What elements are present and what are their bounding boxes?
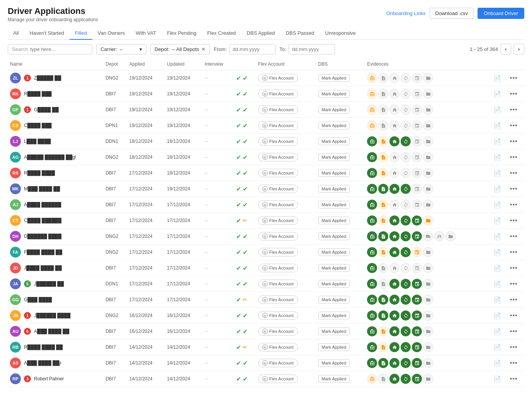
evidence-icon-5[interactable]: [423, 279, 433, 289]
evidence-icon-1[interactable]: [378, 374, 388, 384]
evidence-icon-2[interactable]: [389, 358, 399, 368]
evidence-icon-4[interactable]: [412, 263, 422, 273]
driver-name[interactable]: C████ ██████: [24, 218, 61, 223]
evidence-icon-0[interactable]: [367, 136, 377, 146]
to-date-input[interactable]: [289, 44, 335, 54]
mark-applied-button[interactable]: Mark Applied: [318, 343, 350, 351]
evidence-icon-4[interactable]: [412, 105, 422, 115]
mark-applied-button[interactable]: Mark Applied: [318, 153, 350, 161]
evidence-icon-1[interactable]: [378, 231, 388, 241]
more-options-button[interactable]: •••: [510, 106, 518, 113]
depot-clear-icon[interactable]: ✕: [201, 46, 206, 52]
evidence-icon-5[interactable]: [423, 89, 433, 99]
more-options-button[interactable]: •••: [510, 344, 518, 350]
evidence-icon-3[interactable]: [401, 184, 411, 194]
prev-page-button[interactable]: ‹: [500, 44, 511, 54]
driver-name[interactable]: F████ ████ ██: [24, 249, 62, 255]
driver-name[interactable]: C████ ███: [24, 123, 52, 128]
driver-name[interactable]: R████ ███: [24, 91, 52, 97]
evidence-icon-5[interactable]: [423, 152, 433, 162]
evidence-icon-4[interactable]: [412, 168, 422, 178]
evidence-icon-2[interactable]: [389, 374, 399, 384]
document-icon[interactable]: 📄: [493, 312, 501, 319]
evidence-icon-2[interactable]: [389, 73, 399, 83]
evidence-icon-0[interactable]: [367, 358, 377, 368]
driver-name[interactable]: R████ ████: [24, 170, 55, 176]
evidence-icon-1[interactable]: [378, 326, 388, 336]
evidence-icon-5[interactable]: [423, 247, 433, 257]
evidence-icon-5[interactable]: [423, 342, 433, 352]
evidence-icon-0[interactable]: [367, 326, 377, 336]
tab-unresponsive[interactable]: Unresponsive: [320, 27, 361, 40]
more-options-button[interactable]: •••: [510, 217, 518, 224]
evidence-icon-4[interactable]: [412, 136, 422, 146]
from-date-input[interactable]: [229, 44, 275, 54]
evidence-icon-1[interactable]: [378, 295, 388, 305]
more-options-button[interactable]: •••: [510, 280, 518, 287]
flex-account-button[interactable]: ◎ Flex Account: [258, 105, 298, 114]
evidence-icon-2[interactable]: [389, 215, 399, 226]
evidence-icon-3[interactable]: [401, 247, 411, 257]
mark-applied-button[interactable]: Mark Applied: [318, 217, 350, 224]
flex-account-button[interactable]: ◎ Flex Account: [258, 359, 298, 367]
evidence-icon-3[interactable]: [401, 231, 411, 241]
download-csv-button[interactable]: Download .csv: [430, 8, 474, 19]
evidence-icon-1[interactable]: [378, 279, 388, 289]
more-options-button[interactable]: •••: [510, 328, 518, 334]
more-options-button[interactable]: •••: [510, 360, 518, 366]
more-options-button[interactable]: •••: [510, 154, 518, 160]
evidence-icon-0[interactable]: [367, 247, 377, 257]
driver-name[interactable]: R████ ████ ██: [24, 344, 63, 350]
evidence-icon-1[interactable]: [378, 310, 388, 321]
evidence-icon-2[interactable]: [389, 279, 399, 289]
evidence-icon-3[interactable]: [401, 310, 411, 321]
document-icon[interactable]: 📄: [493, 217, 501, 224]
tab-filled[interactable]: Filled: [70, 27, 92, 40]
flex-account-button[interactable]: ◎ Flex Account: [258, 200, 298, 209]
evidence-icon-0[interactable]: [367, 200, 377, 210]
driver-name[interactable]: Z█████ ██: [34, 75, 61, 81]
evidence-icon-0[interactable]: [367, 73, 377, 83]
evidence-icon-2[interactable]: [389, 184, 399, 194]
evidence-icon-1[interactable]: [378, 120, 388, 131]
evidence-icon-5[interactable]: [423, 120, 433, 131]
flex-account-button[interactable]: ◎ Flex Account: [258, 343, 298, 351]
evidence-icon-3[interactable]: [401, 295, 411, 305]
evidence-icon-0[interactable]: [367, 263, 377, 273]
driver-name[interactable]: J████ ████ ██: [24, 265, 62, 271]
document-icon[interactable]: 📄: [493, 281, 501, 287]
driver-name[interactable]: A████ ██████: [24, 202, 61, 207]
mark-applied-button[interactable]: Mark Applied: [318, 264, 350, 272]
evidence-icon-4[interactable]: [412, 310, 422, 321]
evidence-icon-4[interactable]: [412, 73, 422, 83]
evidence-icon-2[interactable]: [389, 326, 399, 336]
evidence-icon-4[interactable]: [412, 358, 422, 368]
evidence-icon-2[interactable]: [389, 105, 399, 115]
flex-account-button[interactable]: ◎ Flex Account: [258, 280, 298, 288]
evidence-icon-4[interactable]: [412, 152, 422, 162]
evidence-icon-1[interactable]: [378, 200, 388, 210]
evidence-icon-5[interactable]: [423, 168, 433, 178]
driver-name[interactable]: J██████ ████: [34, 313, 70, 318]
flex-account-button[interactable]: ◎ Flex Account: [258, 232, 298, 241]
evidence-icon-2[interactable]: [389, 310, 399, 321]
evidence-icon-4[interactable]: [412, 374, 422, 384]
evidence-icon-5[interactable]: [423, 231, 433, 241]
more-options-button[interactable]: •••: [510, 296, 518, 303]
evidence-icon-2[interactable]: [389, 136, 399, 146]
evidence-icon-2[interactable]: [389, 231, 399, 241]
flex-account-button[interactable]: ◎ Flex Account: [258, 137, 298, 146]
driver-name[interactable]: Robert Palmer: [34, 376, 64, 382]
next-page-button[interactable]: ›: [513, 44, 524, 54]
evidence-icon-2[interactable]: [389, 247, 399, 257]
depot-filter[interactable]: Depot: -- All Depots ✕: [150, 44, 210, 54]
evidence-icon-5[interactable]: [423, 136, 433, 146]
driver-name[interactable]: G███ ████: [24, 297, 52, 302]
evidence-icon-0[interactable]: [367, 184, 377, 194]
evidence-icon-0[interactable]: [367, 310, 377, 321]
more-options-button[interactable]: •••: [510, 249, 518, 255]
mark-applied-button[interactable]: Mark Applied: [318, 232, 350, 240]
carrier-filter[interactable]: Carrier: -- ▾: [96, 44, 146, 54]
evidence-icon-5[interactable]: [423, 295, 433, 305]
evidence-icon-5[interactable]: [423, 326, 433, 336]
